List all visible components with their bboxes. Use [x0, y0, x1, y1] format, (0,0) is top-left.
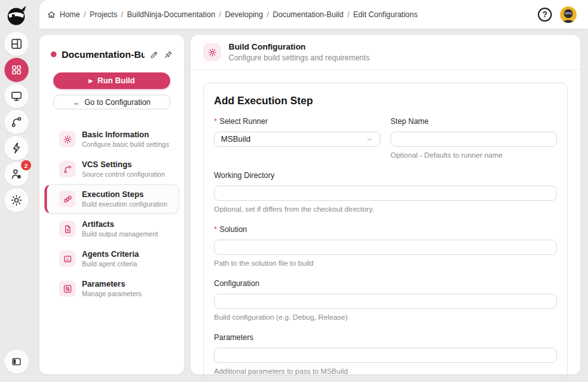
page-subtitle: Configure build settings and requirement…: [229, 53, 370, 62]
runner-field: * Select Runner MSBuild: [214, 117, 380, 159]
nav-label: Artifacts: [82, 220, 158, 229]
solution-field: * Solution Path to the solution file to …: [214, 225, 557, 267]
goto-configuration-button[interactable]: ← Go to Configuration: [53, 95, 170, 109]
nav-item-artifacts[interactable]: Artifacts Build output management: [44, 214, 179, 243]
panel-left-icon: [11, 356, 22, 367]
board-layout-icon: [10, 38, 23, 50]
nav-label: Basic Information: [82, 130, 169, 139]
breadcrumb-documentation-build[interactable]: Documentation-Build: [273, 10, 344, 19]
nav-desc: Build agent criteria: [82, 260, 139, 268]
solution-input[interactable]: [214, 240, 557, 255]
parameters-field: Parameters Additional parameters to pass…: [214, 333, 557, 375]
configuration-input[interactable]: [214, 294, 557, 309]
app-rail: 2: [0, 0, 33, 382]
git-branch-icon: [10, 116, 23, 128]
breadcrumb-developing[interactable]: Developing: [225, 10, 263, 19]
sliders-icon: [59, 280, 76, 297]
user-avatar[interactable]: [560, 6, 577, 23]
runner-label: Select Runner: [220, 117, 268, 126]
solution-hint: Path to the solution file to build: [214, 259, 557, 267]
breadcrumb-buildninja-documentation[interactable]: BuildNinja-Documentation: [127, 10, 215, 19]
page-title: Build Configuration: [229, 42, 370, 51]
steps-icon: [59, 191, 76, 207]
rail-dashboard-button[interactable]: [4, 32, 29, 56]
play-icon: ▶: [89, 78, 93, 84]
nav-label: Agents Criteria: [82, 250, 139, 259]
nav-desc: Build output management: [82, 230, 158, 238]
gear-icon: [10, 194, 23, 207]
working-directory-hint: Optional, set if differs from the checko…: [214, 205, 557, 213]
configuration-sidebar: Documentation-Bu... ▶ Run Build ← Go to …: [39, 35, 184, 374]
goto-configuration-label: Go to Configuration: [84, 98, 150, 107]
nav-desc: Configure basic build settings: [82, 140, 169, 148]
pin-icon[interactable]: [164, 50, 173, 59]
lightning-icon: [10, 142, 23, 154]
nav-desc: Source control configuration: [82, 170, 165, 178]
configuration-field: Configuration Build configuration (e.g. …: [214, 279, 557, 321]
nav-item-vcs-settings[interactable]: VCS Settings Source control configuratio…: [44, 154, 179, 184]
breadcrumb-separator: /: [121, 10, 123, 19]
breadcrumb-separator: /: [84, 10, 86, 19]
app-logo-ninja-icon[interactable]: [5, 4, 28, 27]
status-dot: [51, 51, 57, 57]
build-configuration-header: Build Configuration Configure build sett…: [190, 35, 580, 70]
working-directory-label: Working Directory: [214, 171, 274, 180]
grid-icon: [10, 64, 23, 76]
working-directory-input[interactable]: [214, 186, 557, 201]
runner-select[interactable]: MSBuild: [214, 132, 380, 147]
nav-desc: Manage parameters: [82, 290, 142, 297]
edit-icon[interactable]: [150, 50, 159, 59]
nav-desc: Build execution configuration: [82, 200, 167, 208]
form-title: Add Execution Step: [214, 95, 557, 107]
breadcrumb-separator: /: [267, 10, 269, 19]
nav-label: Execution Steps: [82, 190, 167, 199]
breadcrumb-separator: /: [219, 10, 221, 19]
gear-icon: [59, 131, 76, 147]
document-icon: [59, 221, 76, 237]
rail-agents-button[interactable]: [4, 84, 29, 108]
required-marker: *: [214, 117, 217, 126]
rail-users-button[interactable]: 2: [4, 162, 29, 186]
step-name-input[interactable]: [391, 132, 557, 147]
rail-collapse-button[interactable]: [4, 350, 29, 374]
step-name-label: Step Name: [391, 117, 429, 126]
nav-item-parameters[interactable]: Parameters Manage parameters: [44, 274, 179, 303]
notifications-badge: 2: [21, 160, 31, 170]
run-build-button[interactable]: ▶ Run Build: [53, 72, 170, 89]
working-directory-field: Working Directory Optional, set if diffe…: [214, 171, 557, 213]
breadcrumb: Home / Projects / BuildNinja-Documentati…: [47, 10, 418, 19]
nav-label: Parameters: [82, 280, 142, 289]
user-settings-icon: [10, 168, 23, 181]
top-bar: Home / Projects / BuildNinja-Documentati…: [39, 0, 588, 29]
nav-label: VCS Settings: [82, 160, 165, 169]
breadcrumb-home[interactable]: Home: [60, 10, 80, 19]
breadcrumb-projects[interactable]: Projects: [90, 10, 117, 19]
breadcrumb-edit-configurations[interactable]: Edit Configurations: [353, 10, 417, 19]
rail-vcs-button[interactable]: [4, 110, 29, 134]
parameters-input[interactable]: [214, 348, 557, 363]
help-button[interactable]: ?: [538, 8, 552, 22]
git-branch-icon: [59, 161, 76, 177]
project-title: Documentation-Bu...: [62, 49, 145, 60]
rail-projects-button[interactable]: [4, 58, 29, 82]
rail-builds-button[interactable]: [4, 136, 29, 160]
run-build-label: Run Build: [97, 76, 135, 85]
step-name-hint: Optional - Defaults to runner name: [391, 151, 557, 159]
parameters-label: Parameters: [214, 333, 253, 342]
runner-selected-value: MSBuild: [221, 135, 251, 144]
nav-item-execution-steps[interactable]: Execution Steps Build execution configur…: [44, 184, 179, 214]
project-title-row: Documentation-Bu...: [39, 49, 184, 60]
chevron-down-icon: [366, 135, 373, 143]
agent-screen-icon: [59, 250, 76, 267]
nav-item-agents-criteria[interactable]: Agents Criteria Build agent criteria: [44, 244, 179, 273]
rail-settings-button[interactable]: [4, 188, 29, 212]
step-name-field: Step Name Optional - Defaults to runner …: [391, 117, 557, 159]
solution-label: Solution: [220, 225, 247, 234]
main-panel: Build Configuration Configure build sett…: [190, 35, 580, 374]
monitor-icon: [10, 90, 23, 102]
configuration-hint: Build configuration (e.g. Debug, Release…: [214, 313, 557, 321]
breadcrumb-separator: /: [347, 10, 349, 19]
topbar-actions: ?: [538, 6, 577, 23]
nav-item-basic-information[interactable]: Basic Information Configure basic build …: [44, 125, 179, 154]
add-execution-step-card: Add Execution Step * Select Runner MSBui…: [203, 83, 568, 382]
